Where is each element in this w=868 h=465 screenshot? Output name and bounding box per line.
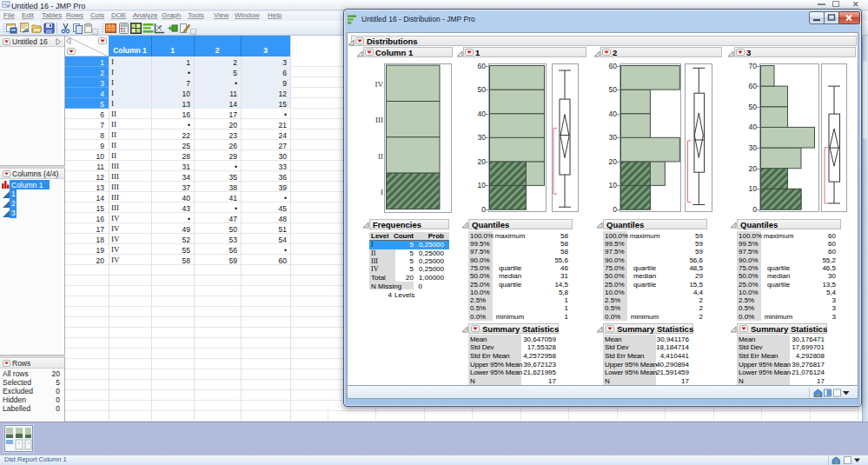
- svg-text:x: x: [159, 23, 162, 29]
